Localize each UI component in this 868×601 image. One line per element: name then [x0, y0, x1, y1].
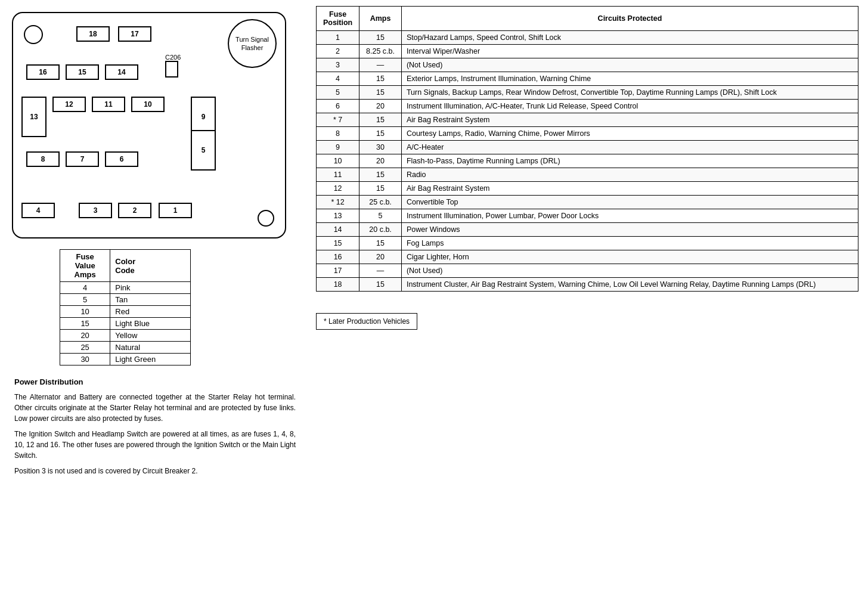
color-amps: 30 [60, 354, 110, 365]
fuse-table-row: 9 30 A/C-Heater [317, 141, 858, 154]
fuse-table-row: 14 20 c.b. Power Windows [317, 223, 858, 237]
fuse-amps: 20 c.b. [359, 223, 402, 237]
fuse-table-header-amps: Amps [359, 7, 402, 31]
fuse-position: 4 [317, 72, 359, 86]
color-amps: 20 [60, 330, 110, 342]
fuse-amps: 25 c.b. [359, 196, 402, 209]
fuse-amps: 5 [359, 209, 402, 223]
power-dist-paragraph: The Ignition Switch and Headlamp Switch … [14, 429, 296, 461]
fuse-circuits: Courtesy Lamps, Radio, Warning Chime, Po… [401, 127, 858, 141]
fuse-table-row: 1 15 Stop/Hazard Lamps, Speed Control, S… [317, 31, 858, 45]
fuse-table-row: 18 15 Instrument Cluster, Air Bag Restra… [317, 278, 858, 292]
fuse-table-row: 16 20 Cigar Lighter, Horn [317, 250, 858, 264]
right-panel: FusePosition Amps Circuits Protected 1 1… [310, 0, 868, 601]
color-amps: 5 [60, 294, 110, 306]
fuse-circuits: Instrument Illumination, A/C-Heater, Tru… [401, 100, 858, 113]
fuse-amps: 20 [359, 154, 402, 168]
fuse-table: FusePosition Amps Circuits Protected 1 1… [316, 6, 858, 292]
fuse-table-row: 10 20 Flash-to-Pass, Daytime Running Lam… [317, 154, 858, 168]
connector-box [165, 61, 178, 78]
left-panel: Turn Signal Flasher C206 18 17 16 15 14 … [0, 0, 310, 601]
fuse-slot-5: 5 [191, 130, 216, 171]
color-table-row: 25 Natural [60, 342, 191, 354]
fuse-position: 9 [317, 141, 359, 154]
fuse-amps: — [359, 58, 402, 72]
color-name: Natural [110, 342, 191, 354]
fuse-amps: 15 [359, 113, 402, 127]
fuse-table-row: 3 — (Not Used) [317, 58, 858, 72]
fuse-position: 12 [317, 182, 359, 196]
fuse-table-row: 6 20 Instrument Illumination, A/C-Heater… [317, 100, 858, 113]
color-name: Tan [110, 294, 191, 306]
fuse-position: 18 [317, 278, 359, 292]
fuse-circuits: Instrument Cluster, Air Bag Restraint Sy… [401, 278, 858, 292]
fuse-circuits: Air Bag Restraint System [401, 113, 858, 127]
fuse-slot-2: 2 [118, 203, 151, 218]
fuse-circuits: Air Bag Restraint System [401, 182, 858, 196]
fuse-circuits: Interval Wiper/Washer [401, 45, 858, 58]
color-table: FuseValueAmps ColorCode 4 Pink 5 Tan 10 … [60, 249, 191, 365]
color-table-row: 15 Light Blue [60, 318, 191, 330]
fuse-amps: 30 [359, 141, 402, 154]
color-name: Yellow [110, 330, 191, 342]
color-table-row: 4 Pink [60, 282, 191, 294]
color-table-row: 30 Light Green [60, 354, 191, 365]
fuse-position: * 12 [317, 196, 359, 209]
fuse-circuits: Convertible Top [401, 196, 858, 209]
fuse-slot-18: 18 [76, 26, 110, 42]
fuse-position: 14 [317, 223, 359, 237]
fuse-circuits: (Not Used) [401, 58, 858, 72]
fuse-slot-1: 1 [159, 203, 192, 218]
fuse-table-row: 12 15 Air Bag Restraint System [317, 182, 858, 196]
fuse-circuits: Cigar Lighter, Horn [401, 250, 858, 264]
fuse-circuits: A/C-Heater [401, 141, 858, 154]
power-dist-paragraph: Position 3 is not used and is covered by… [14, 466, 296, 476]
fuse-position: 2 [317, 45, 359, 58]
fuse-position: 11 [317, 168, 359, 182]
fuse-position: 13 [317, 209, 359, 223]
fuse-amps: — [359, 264, 402, 278]
fuse-circuits: Flash-to-Pass, Daytime Running Lamps (DR… [401, 154, 858, 168]
fuse-slot-10: 10 [131, 97, 165, 112]
fuse-table-row: 13 5 Instrument Illumination, Power Lumb… [317, 209, 858, 223]
fuse-position: 10 [317, 154, 359, 168]
fuse-amps: 15 [359, 127, 402, 141]
fuse-table-row: 11 15 Radio [317, 168, 858, 182]
fuse-position: 6 [317, 100, 359, 113]
fuse-amps: 15 [359, 72, 402, 86]
fuse-amps: 20 [359, 250, 402, 264]
fuse-amps: 15 [359, 168, 402, 182]
fuse-amps: 15 [359, 86, 402, 100]
large-circle-left [24, 25, 43, 44]
col-header-amps: FuseValueAmps [60, 250, 110, 282]
color-amps: 15 [60, 318, 110, 330]
fuse-slot-11: 11 [92, 97, 125, 112]
fuse-amps: 15 [359, 31, 402, 45]
fuse-slot-15: 15 [66, 64, 99, 80]
fuse-position: 17 [317, 264, 359, 278]
fuse-table-row: 2 8.25 c.b. Interval Wiper/Washer [317, 45, 858, 58]
fuse-table-header-position: FusePosition [317, 7, 359, 31]
fuse-position: * 7 [317, 113, 359, 127]
color-table-row: 5 Tan [60, 294, 191, 306]
col-header-color: ColorCode [110, 250, 191, 282]
fuse-slot-16: 16 [26, 64, 60, 80]
fuse-table-row: * 7 15 Air Bag Restraint System [317, 113, 858, 127]
fuse-slot-13: 13 [21, 97, 46, 137]
color-amps: 25 [60, 342, 110, 354]
fuse-table-row: 17 — (Not Used) [317, 264, 858, 278]
fuse-position: 1 [317, 31, 359, 45]
fuse-table-row: 15 15 Fog Lamps [317, 237, 858, 250]
power-dist-title: Power Distribution [14, 376, 296, 388]
color-amps: 4 [60, 282, 110, 294]
c206-label: C206 [165, 54, 181, 61]
fuse-slot-6: 6 [105, 151, 138, 167]
color-amps: 10 [60, 306, 110, 318]
fuse-table-row: 5 15 Turn Signals, Backup Lamps, Rear Wi… [317, 86, 858, 100]
color-name: Light Blue [110, 318, 191, 330]
fuse-table-row: 4 15 Exterior Lamps, Instrument Illumina… [317, 72, 858, 86]
fuse-circuits: (Not Used) [401, 264, 858, 278]
later-note: * Later Production Vehicles [316, 313, 417, 330]
color-table-row: 20 Yellow [60, 330, 191, 342]
color-table-wrapper: FuseValueAmps ColorCode 4 Pink 5 Tan 10 … [60, 249, 191, 365]
